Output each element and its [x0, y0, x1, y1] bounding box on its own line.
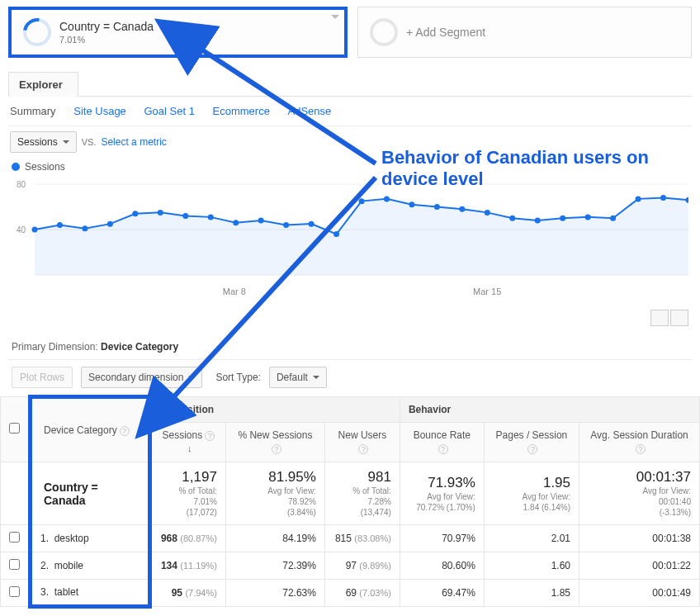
- caret-down-icon: [313, 376, 319, 379]
- segment-title: Country = Canada: [59, 20, 154, 33]
- col-pct-new-sessions[interactable]: % New Sessions?: [225, 423, 324, 462]
- svg-point-19: [434, 204, 440, 210]
- x-axis: Mar 8 Mar 15: [12, 283, 688, 296]
- select-metric-link[interactable]: Select a metric: [101, 136, 166, 148]
- summary-row: Country = Canada 1,197% of Total:7.01%(1…: [1, 462, 700, 525]
- sort-type-dropdown[interactable]: Default: [269, 367, 327, 388]
- chevron-down-icon[interactable]: [331, 15, 339, 19]
- row-dim[interactable]: 3. tablet: [31, 580, 150, 607]
- cell-pnew: 72.63%: [225, 580, 324, 607]
- segment-empty-icon: [370, 18, 398, 46]
- table-controls: Plot Rows Secondary dimension Sort Type:…: [0, 362, 700, 395]
- sort-type-value: Default: [277, 372, 308, 383]
- segment-active-text: Country = Canada 7.01%: [59, 20, 154, 45]
- segment-add-label: + Add Segment: [406, 26, 485, 39]
- subtab-row: Summary Site Usage Goal Set 1 Ecommerce …: [0, 97, 700, 126]
- svg-point-22: [509, 216, 515, 221]
- chart-pager: [0, 305, 700, 331]
- svg-point-21: [485, 210, 490, 216]
- x-tick-mar8: Mar 8: [171, 287, 297, 296]
- segment-row: Country = Canada 7.01% + Add Segment: [0, 0, 700, 64]
- cell-pps: 1.85: [484, 580, 579, 607]
- subtab-ecommerce[interactable]: Ecommerce: [213, 105, 270, 117]
- select-all-checkbox[interactable]: [9, 423, 20, 434]
- cell-newu: 97 (9.89%): [324, 552, 400, 580]
- cell-bounce: 80.60%: [400, 552, 484, 580]
- svg-point-17: [384, 196, 390, 201]
- x-tick-mar15: Mar 15: [424, 287, 551, 296]
- summary-cell: 981% of Total:7.28%(13,474): [324, 462, 400, 525]
- cell-newu: 815 (83.08%): [324, 525, 400, 552]
- chart-legend: Sessions: [0, 154, 700, 176]
- col-sessions[interactable]: Sessions?↓: [149, 423, 225, 462]
- col-avg-session-duration[interactable]: Avg. Session Duration?: [579, 423, 700, 462]
- y-tick-80: 80: [17, 180, 26, 189]
- col-device-category[interactable]: Device Category?: [31, 397, 150, 462]
- metric-dropdown-label: Sessions: [17, 136, 58, 148]
- row-checkbox[interactable]: [9, 559, 20, 570]
- plot-rows-button[interactable]: Plot Rows: [12, 367, 73, 388]
- subtab-summary[interactable]: Summary: [10, 105, 56, 117]
- subtab-goal-set[interactable]: Goal Set 1: [144, 105, 194, 117]
- col-new-users[interactable]: New Users?: [324, 423, 400, 462]
- svg-point-11: [233, 220, 239, 225]
- svg-point-6: [107, 221, 113, 227]
- help-icon[interactable]: ?: [272, 444, 281, 454]
- segment-active[interactable]: Country = Canada 7.01%: [8, 7, 348, 58]
- help-icon[interactable]: ?: [527, 444, 537, 454]
- svg-point-8: [158, 210, 163, 216]
- sort-desc-icon: ↓: [187, 443, 192, 454]
- svg-point-14: [309, 221, 315, 227]
- secondary-dimension-dropdown[interactable]: Secondary dimension: [81, 367, 202, 388]
- col-pages-per-session[interactable]: Pages / Session?: [484, 423, 579, 462]
- row-checkbox[interactable]: [9, 532, 20, 543]
- pager-next[interactable]: [670, 310, 688, 326]
- summary-cell: 71.93%Avg for View:70.72% (1.70%): [400, 462, 484, 525]
- sort-type-label: Sort Type:: [215, 372, 260, 383]
- summary-cell: 81.95%Avg for View:78.92%(3.84%): [225, 462, 324, 525]
- segment-subtitle: 7.01%: [59, 35, 154, 45]
- cell-sessions: 134 (11.19%): [149, 552, 225, 580]
- subtab-site-usage[interactable]: Site Usage: [73, 105, 126, 117]
- line-chart-svg: 80 40: [12, 176, 688, 283]
- vs-label: VS.: [82, 137, 97, 147]
- svg-point-13: [283, 222, 289, 228]
- group-acquisition: Acquisition: [149, 397, 400, 423]
- subtab-adsense[interactable]: AdSense: [288, 105, 332, 117]
- cell-sessions: 95 (7.94%): [149, 580, 225, 607]
- primary-dimension-label: Primary Dimension:: [12, 341, 98, 353]
- caret-down-icon: [188, 376, 195, 379]
- tab-explorer[interactable]: Explorer: [8, 72, 78, 97]
- help-icon[interactable]: ?: [636, 444, 646, 454]
- help-icon[interactable]: ?: [358, 444, 368, 454]
- pager-prev[interactable]: [650, 310, 669, 326]
- svg-point-10: [208, 214, 214, 220]
- cell-pnew: 84.19%: [225, 525, 324, 552]
- primary-dimension: Primary Dimension: Device Category: [0, 331, 700, 358]
- y-tick-40: 40: [17, 225, 26, 235]
- cell-newu: 69 (7.03%): [324, 580, 400, 607]
- tab-row: Explorer: [8, 71, 692, 97]
- svg-point-5: [82, 225, 88, 231]
- svg-point-18: [409, 201, 414, 207]
- segment-add[interactable]: + Add Segment: [357, 7, 692, 58]
- metric-controls: Sessions VS. Select a metric: [0, 126, 700, 154]
- row-checkbox[interactable]: [9, 586, 20, 597]
- svg-point-4: [57, 222, 63, 228]
- col-bounce-rate[interactable]: Bounce Rate?: [400, 423, 484, 462]
- svg-point-9: [182, 213, 188, 219]
- cell-dur: 00:01:22: [579, 552, 700, 580]
- row-dim[interactable]: 1. desktop: [31, 525, 150, 552]
- help-icon[interactable]: ?: [205, 431, 215, 441]
- caret-down-icon: [63, 140, 69, 144]
- svg-point-26: [610, 216, 616, 221]
- row-dim[interactable]: 2. mobile: [31, 552, 150, 580]
- summary-cell: 00:01:37Avg for View:00:01:40(-3.13%): [579, 462, 700, 525]
- cell-pnew: 72.39%: [225, 552, 324, 580]
- table-row: 3. tablet95 (7.94%)72.63%69 (7.03%)69.47…: [1, 580, 700, 607]
- help-icon[interactable]: ?: [438, 444, 448, 454]
- help-icon[interactable]: ?: [120, 426, 130, 436]
- metric-dropdown[interactable]: Sessions: [10, 131, 77, 153]
- primary-dimension-value: Device Category: [101, 341, 178, 353]
- svg-point-20: [459, 206, 465, 212]
